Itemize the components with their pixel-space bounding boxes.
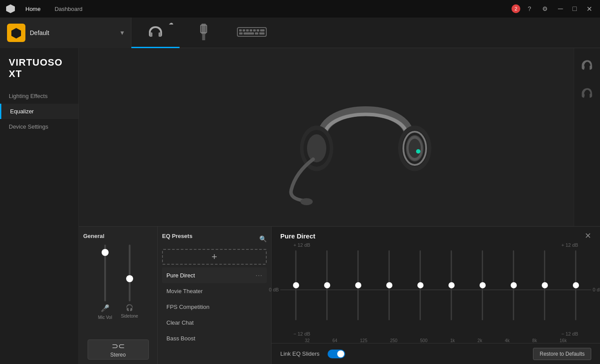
svg-rect-1	[150, 32, 152, 37]
eq-thumb-4k[interactable]	[511, 282, 517, 288]
preset-item-clear-chat[interactable]: Clear Chat	[162, 315, 267, 330]
eq-track-8k	[544, 250, 545, 320]
svg-rect-12	[257, 29, 259, 32]
eq-track-1k	[451, 250, 452, 320]
svg-rect-6	[237, 28, 266, 36]
add-preset-button[interactable]: +	[162, 249, 267, 265]
eq-zero-db-right: 0 dB	[593, 287, 600, 292]
link-eq-group: Link EQ Sliders	[280, 350, 345, 358]
titlebar-right: 2 ? ⚙ ─ □ ✕	[512, 2, 596, 15]
svg-rect-11	[253, 29, 256, 32]
eq-band-125[interactable]	[357, 250, 359, 329]
eq-bottom-db-left: − 12 dB	[293, 331, 310, 336]
notification-badge[interactable]: 2	[512, 4, 520, 13]
preset-label-clear-chat: Clear Chat	[166, 319, 194, 326]
eq-bottom-db-right: − 12 dB	[561, 331, 578, 336]
mic-vol-slider-col: 🎤 Mic Vol	[98, 245, 112, 320]
mic-vol-thumb[interactable]	[102, 249, 109, 256]
stereo-icon: ⊃⊂	[112, 341, 125, 351]
sidebar-item-equalizer[interactable]: Equalizer	[0, 104, 78, 119]
mic-vol-slider[interactable]	[101, 245, 109, 301]
eq-close-button[interactable]: ✕	[585, 231, 591, 241]
preset-item-pure-direct[interactable]: Pure Direct ⋯	[162, 267, 267, 283]
freq-label-32: 32	[305, 338, 310, 343]
freq-label-64: 64	[332, 338, 337, 343]
minimize-button[interactable]: ─	[554, 2, 566, 15]
eq-track-500	[420, 250, 421, 320]
eq-band-8k[interactable]	[544, 250, 545, 329]
eq-track-250	[388, 250, 390, 320]
right-device-panel	[574, 48, 600, 226]
preset-item-movie-theater[interactable]: Movie Theater	[162, 283, 267, 299]
general-panel: General 🎤 Mic Vol	[79, 226, 158, 364]
sidetone-thumb[interactable]	[126, 275, 133, 282]
devicebar: Default ▾ ☁	[0, 18, 600, 48]
preset-item-fps-competition[interactable]: FPS Competition	[162, 299, 267, 315]
device-headset[interactable]: ☁	[131, 18, 180, 48]
svg-rect-31	[582, 94, 585, 97]
rp-device-1[interactable]	[578, 57, 597, 76]
link-eq-toggle[interactable]	[328, 350, 345, 358]
main-area: VIRTUOSO XT Lighting Effects Equalizer D…	[0, 48, 600, 364]
eq-thumb-1k[interactable]	[448, 282, 455, 288]
nav-dashboard[interactable]: Dashboard	[49, 0, 88, 18]
settings-button[interactable]: ⚙	[539, 2, 552, 15]
eq-band-16k[interactable]	[575, 250, 576, 329]
stereo-button[interactable]: ⊃⊂ Stereo	[88, 340, 149, 360]
svg-rect-4	[202, 34, 205, 40]
mic-vol-track	[104, 245, 106, 301]
preset-item-bass-boost[interactable]: Bass Boost	[162, 330, 267, 346]
stereo-label: Stereo	[110, 352, 126, 358]
help-button[interactable]: ?	[523, 2, 536, 15]
close-button[interactable]: ✕	[583, 2, 596, 15]
freq-label-4k: 4k	[505, 338, 510, 343]
sidebar-item-device[interactable]: Device Settings	[0, 119, 78, 134]
eq-thumb-32[interactable]	[293, 282, 299, 288]
sidetone-slider[interactable]	[125, 245, 134, 301]
freq-label-16k: 16k	[560, 338, 567, 343]
sidetone-slider-col: 🎧 Sidetone	[121, 245, 138, 318]
eq-thumb-125[interactable]	[355, 282, 361, 288]
eq-band-1k[interactable]	[451, 250, 452, 329]
eq-thumb-64[interactable]	[324, 282, 330, 288]
rp-device-2[interactable]	[578, 85, 597, 104]
eq-band-4k[interactable]	[513, 250, 514, 329]
sliders-row: 🎤 Mic Vol 🎧 Sidetone	[98, 245, 138, 336]
headset-image-area	[166, 57, 565, 226]
nav-home[interactable]: Home	[20, 0, 46, 18]
restore-defaults-button[interactable]: Restore to Defaults	[533, 348, 591, 360]
eq-band-2k[interactable]	[482, 250, 483, 329]
eq-search-button[interactable]: 🔍	[259, 235, 267, 242]
sidebar-item-lighting[interactable]: Lighting Effects	[0, 88, 78, 104]
device-title: VIRTUOSO XT	[0, 57, 78, 88]
eq-top-db-left: + 12 dB	[293, 242, 310, 248]
preset-more-pure-direct[interactable]: ⋯	[255, 271, 262, 280]
eq-band-32[interactable]	[295, 250, 296, 329]
device-usb[interactable]	[180, 18, 228, 48]
device-icons: ☁	[131, 18, 276, 48]
preset-label-pure-direct: Pure Direct	[166, 272, 195, 279]
eq-thumb-8k[interactable]	[542, 282, 548, 288]
profile-dropdown[interactable]: ▾	[120, 28, 124, 37]
eq-thumb-500[interactable]	[417, 282, 424, 288]
svg-rect-2	[159, 32, 161, 37]
eq-footer: Link EQ Sliders Restore to Defaults	[272, 343, 600, 364]
freq-label-250: 250	[390, 338, 398, 343]
eq-band-64[interactable]	[326, 250, 328, 329]
svg-rect-32	[590, 94, 592, 97]
svg-rect-13	[260, 29, 265, 32]
titlebar: Home Dashboard 2 ? ⚙ ─ □ ✕	[0, 0, 600, 18]
eq-band-250[interactable]	[388, 250, 390, 329]
svg-rect-15	[244, 32, 254, 35]
profile-section: Default ▾	[0, 18, 131, 48]
device-keyboard[interactable]	[228, 18, 276, 48]
toggle-knob	[337, 350, 344, 357]
eq-band-500[interactable]	[420, 250, 421, 329]
freq-label-1k: 1k	[450, 338, 455, 343]
eq-thumb-16k[interactable]	[573, 282, 579, 288]
sidebar: VIRTUOSO XT Lighting Effects Equalizer D…	[0, 48, 79, 364]
maximize-button[interactable]: □	[569, 2, 580, 15]
eq-thumb-250[interactable]	[386, 282, 392, 288]
eq-track-2k	[482, 250, 483, 320]
eq-thumb-2k[interactable]	[480, 282, 486, 288]
